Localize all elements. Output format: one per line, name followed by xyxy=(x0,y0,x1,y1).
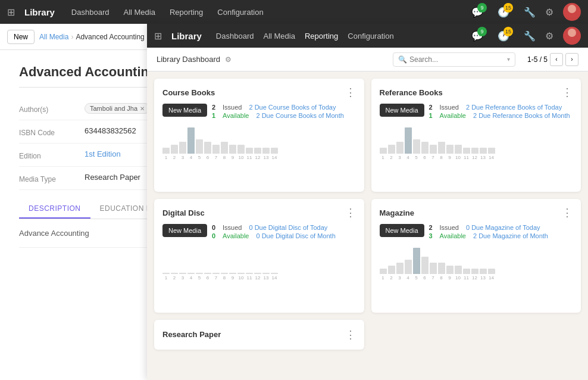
overlay-nav-dashboard[interactable]: Dashboard xyxy=(216,32,254,41)
overlay-nav: ⊞ Library Dashboard All Media Reporting … xyxy=(147,24,588,48)
card-reference-books-menu[interactable]: ⋮ xyxy=(562,87,573,98)
overlay-breadcrumb: Library Dashboard ⚙ 🔍 ▾ 1-5 / 5 ‹ › xyxy=(147,48,588,71)
card-magazine-header: Magazine ⋮ xyxy=(380,207,573,218)
card-course-books-header: Course Books ⋮ xyxy=(162,87,356,98)
overlay-user-avatar[interactable] xyxy=(563,27,581,45)
breadcrumb-current: Advanced Accounting xyxy=(76,33,144,41)
dashboard-gear-icon[interactable]: ⚙ xyxy=(225,55,232,64)
card-magazine-body: New Media 2 Issued 0 Due Magazine of Tod… xyxy=(380,224,573,239)
chat-badge: 9 xyxy=(477,3,487,13)
card-reference-books-title: Referance Books xyxy=(380,88,443,97)
overlay-activity-icon[interactable]: 🕐15 xyxy=(498,30,509,42)
magazine-available: 3 Available 2 Due Magazine of Month xyxy=(429,232,573,239)
magazine-chart: 1234567891011121314 xyxy=(380,244,573,281)
overlay-activity-badge: 15 xyxy=(503,27,513,36)
card-course-books-menu[interactable]: ⋮ xyxy=(345,87,356,98)
top-nav: ⊞ Library Dashboard All Media Reporting … xyxy=(0,0,588,24)
dashboard-grid: Course Books ⋮ New Media 2 Issued 2 Due … xyxy=(147,71,588,380)
nav-reporting[interactable]: Reporting xyxy=(167,8,205,17)
card-reference-books-header: Referance Books ⋮ xyxy=(380,87,573,98)
overlay-grid-icon[interactable]: ⊞ xyxy=(154,30,162,42)
reference-books-available: 1 Available 2 Due Referance Books of Mon… xyxy=(429,112,573,119)
magazine-issued: 2 Issued 0 Due Magazine of Today xyxy=(429,224,573,231)
breadcrumb: All Media › Advanced Accounting ⚙ xyxy=(39,33,154,41)
search-box[interactable]: 🔍 ▾ xyxy=(393,52,515,67)
search-icon: 🔍 xyxy=(398,55,407,64)
card-course-books-title: Course Books xyxy=(162,88,215,97)
breadcrumb-separator: › xyxy=(71,33,73,41)
card-magazine: Magazine ⋮ New Media 2 Issued 0 Due Maga… xyxy=(371,199,581,312)
svg-point-1 xyxy=(565,15,578,21)
course-books-issued: 2 Issued 2 Due Course Books of Today xyxy=(212,104,355,111)
grid-icon[interactable]: ⊞ xyxy=(7,7,15,18)
overlay-nav-configuration[interactable]: Configuration xyxy=(348,32,393,41)
course-books-new-media-button[interactable]: New Media xyxy=(162,104,207,117)
magazine-new-media-button[interactable]: New Media xyxy=(380,224,424,237)
reference-books-stats: 2 Issued 2 Due Referance Books of Today … xyxy=(429,104,573,119)
reference-books-new-media-button[interactable]: New Media xyxy=(380,104,424,117)
breadcrumb-parent[interactable]: All Media xyxy=(39,33,68,41)
card-reference-books: Referance Books ⋮ New Media 2 Issued 2 D… xyxy=(371,79,581,192)
overlay-settings-icon[interactable]: 🔧 xyxy=(524,30,536,42)
overlay-nav-all-media[interactable]: All Media xyxy=(263,32,295,41)
svg-point-2 xyxy=(568,29,576,37)
magazine-stats: 2 Issued 0 Due Magazine of Today 3 Avail… xyxy=(429,224,573,239)
digital-disc-stats: 0 Issued 0 Due Digital Disc of Today 0 A… xyxy=(212,224,355,239)
overlay-chat-icon[interactable]: 💬9 xyxy=(471,30,483,42)
dashboard-title: Library Dashboard xyxy=(157,55,220,64)
course-books-chart: 1234567891011121314 xyxy=(162,124,356,160)
search-dropdown-icon[interactable]: ▾ xyxy=(507,56,510,63)
overlay-chat-badge: 9 xyxy=(477,27,487,36)
digital-disc-available: 0 Available 0 Due Digital Disc of Month xyxy=(212,232,355,239)
card-course-books-body: New Media 2 Issued 2 Due Course Books of… xyxy=(162,104,356,119)
search-input[interactable] xyxy=(409,55,505,64)
svg-point-3 xyxy=(565,39,578,45)
card-digital-disc: Digital Disc ⋮ New Media 0 Issued 0 Due … xyxy=(154,199,364,312)
app-name: Library xyxy=(24,7,55,17)
card-reference-books-body: New Media 2 Issued 2 Due Referance Books… xyxy=(380,104,573,119)
user-avatar[interactable] xyxy=(563,3,581,21)
overlay-app-name: Library xyxy=(171,31,202,41)
activity-badge: 15 xyxy=(503,3,513,13)
overlay-pager-next[interactable]: › xyxy=(565,53,578,66)
nav-configuration[interactable]: Configuration xyxy=(215,8,265,17)
card-magazine-menu[interactable]: ⋮ xyxy=(562,207,573,218)
overlay-pager: 1-5 / 5 ‹ › xyxy=(527,53,578,66)
integration-icon[interactable]: ⚙ xyxy=(545,7,553,18)
settings-icon[interactable]: 🔧 xyxy=(524,7,536,18)
card-magazine-title: Magazine xyxy=(380,208,415,217)
nav-dashboard[interactable]: Dashboard xyxy=(69,8,112,17)
card-course-books: Course Books ⋮ New Media 2 Issued 2 Due … xyxy=(154,79,364,192)
card-digital-disc-menu[interactable]: ⋮ xyxy=(345,207,356,218)
reference-books-issued: 2 Issued 2 Due Referance Books of Today xyxy=(429,104,573,111)
author-tag: Tamboli and Jha ✕ xyxy=(85,103,150,114)
new-button[interactable]: New xyxy=(7,30,35,44)
course-books-available: 1 Available 2 Due Course Books of Month xyxy=(212,112,355,119)
chat-icon[interactable]: 💬9 xyxy=(471,7,483,18)
course-books-stats: 2 Issued 2 Due Course Books of Today 1 A… xyxy=(212,104,355,119)
authors-label: Author(s) xyxy=(19,103,85,114)
svg-point-0 xyxy=(568,5,576,13)
activity-icon[interactable]: 🕐15 xyxy=(498,7,509,18)
isbn-label: ISBN Code xyxy=(19,126,85,137)
overlay-pager-text: 1-5 / 5 xyxy=(527,55,548,64)
digital-disc-chart: 1234567891011121314 xyxy=(162,244,356,281)
overlay-panel: ⊞ Library Dashboard All Media Reporting … xyxy=(147,24,588,380)
author-tag-remove[interactable]: ✕ xyxy=(140,105,145,112)
overlay-integration-icon[interactable]: ⚙ xyxy=(545,30,553,42)
mediatype-label: Media Type xyxy=(19,173,85,183)
digital-disc-new-media-button[interactable]: New Media xyxy=(162,224,207,237)
overlay-nav-reporting[interactable]: Reporting xyxy=(305,32,338,41)
card-digital-disc-body: New Media 0 Issued 0 Due Digital Disc of… xyxy=(162,224,356,239)
tab-description[interactable]: DESCRIPTION xyxy=(19,200,90,219)
reference-books-chart: 1234567891011121314 xyxy=(380,124,573,160)
card-research-paper: Research Paper ⋮ xyxy=(154,320,364,350)
nav-all-media[interactable]: All Media xyxy=(121,8,157,17)
card-research-paper-menu[interactable]: ⋮ xyxy=(345,329,356,340)
digital-disc-issued: 0 Issued 0 Due Digital Disc of Today xyxy=(212,224,355,231)
card-research-paper-title: Research Paper xyxy=(162,330,221,339)
edition-label: Edition xyxy=(19,149,85,160)
overlay-pager-prev[interactable]: ‹ xyxy=(550,53,563,66)
card-digital-disc-header: Digital Disc ⋮ xyxy=(162,207,356,218)
card-digital-disc-title: Digital Disc xyxy=(162,208,205,217)
